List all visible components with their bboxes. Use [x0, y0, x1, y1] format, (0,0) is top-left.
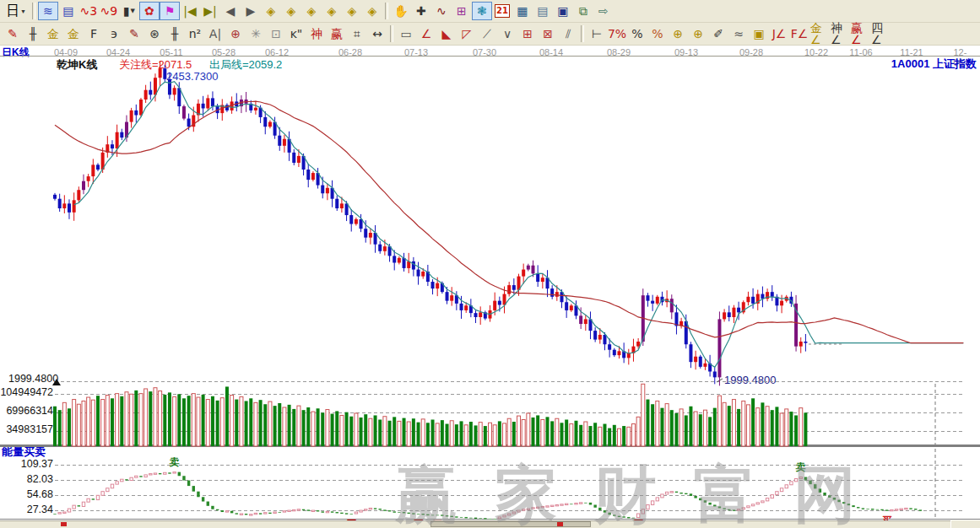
save-icon[interactable]: ▣ [553, 2, 573, 20]
diamond-4way-icon[interactable]: ◈ [342, 2, 362, 20]
osc-bar-down [426, 515, 429, 515]
stock-chart-app: 日▼≋▤∿3∿9▮▼✿⚑|◀▶|◀▶◈◈◈◈◈◈✋✚∿⊞❃21▦▤▣⧉⇨ ✎╫金… [0, 0, 980, 528]
zigzag-v-icon[interactable]: ∨ [497, 24, 517, 43]
percent-strike-icon[interactable]: 7% [607, 24, 627, 43]
fence2-icon[interactable]: ╫ [165, 24, 185, 43]
grid-123-icon[interactable]: ⌗ [347, 24, 367, 43]
zigzag-tool-icon[interactable]: ∿ [431, 2, 452, 20]
candle-body [68, 203, 71, 212]
fan-grid-icon[interactable]: ◸ [457, 24, 477, 43]
candle-body [62, 203, 66, 208]
notepad-icon[interactable]: ▤ [533, 2, 553, 20]
k-quote-icon[interactable]: ĸ" [286, 24, 306, 43]
calendar-icon[interactable]: 21 [495, 4, 510, 18]
fence-f-icon[interactable]: F [84, 24, 104, 43]
angle-shen-icon: 神∠ [831, 22, 849, 46]
brain-icon[interactable]: ❃ [472, 2, 492, 20]
target-box-icon: ⊡ [271, 28, 281, 40]
diamond-compress-icon[interactable]: ◈ [322, 2, 342, 20]
rect-tool-icon[interactable]: ▭ [396, 24, 416, 43]
target-box-icon[interactable]: ⊡ [266, 24, 286, 43]
gold-circle-icon[interactable]: ⊕ [668, 24, 688, 43]
angle-gold-icon[interactable]: 金∠ [809, 24, 830, 43]
pattern-red-icon[interactable]: ✿ [139, 2, 160, 20]
volume-bar-up [723, 402, 726, 446]
asterisk-icon[interactable]: ✳ [246, 24, 266, 43]
osc-bar-up [355, 512, 357, 514]
n2-icon[interactable]: n² [185, 24, 205, 43]
flag-icon[interactable]: ⚑ [160, 2, 180, 20]
grid-red-icon[interactable]: ⊞ [517, 24, 538, 43]
fan-icon[interactable]: ◣ [436, 24, 457, 43]
fence-gold-icon[interactable]: 金 [43, 24, 63, 43]
wave-a-icon[interactable]: ≈ [728, 24, 749, 43]
candle-body [87, 176, 90, 181]
volume-bar-down [360, 418, 363, 446]
grid-arrow-icon[interactable]: ⊠ [538, 24, 558, 43]
volume-bar-down [426, 423, 430, 446]
volume-bar-down [335, 411, 338, 446]
candle-body [555, 292, 559, 297]
fence-gold2-icon[interactable]: 金 [63, 24, 84, 43]
copy-icon[interactable]: ⧉ [573, 2, 593, 20]
first-page-icon[interactable]: |◀ [180, 2, 200, 20]
angle-si-icon[interactable]: 四∠ [870, 24, 891, 43]
bottom-scrollbar-thumb[interactable] [430, 521, 591, 527]
angle-f-icon[interactable]: F∠ [789, 24, 809, 43]
chart-canvas: 卖卖买买买买买买买 [0, 46, 980, 528]
calculator-icon[interactable]: ▦ [512, 2, 533, 20]
pattern-search-icon[interactable]: ≋ [38, 2, 58, 20]
pen-bar-icon[interactable]: ✐ [708, 24, 728, 43]
export-icon[interactable]: ⇨ [593, 2, 614, 20]
candle-body [116, 132, 119, 148]
diamond-shrink-icon[interactable]: ◈ [362, 2, 382, 20]
osc-bar-down [919, 509, 922, 510]
fence-curl-icon[interactable]: ϶ [104, 24, 124, 43]
steps-3-icon[interactable]: ∿3 [79, 2, 99, 20]
rays-icon[interactable]: ∠ [416, 24, 436, 43]
candle-body [771, 292, 774, 297]
osc-bar-down [192, 486, 195, 492]
next-page-icon[interactable]: ▶ [241, 2, 261, 20]
prev-page-icon[interactable]: ◀ [220, 2, 241, 20]
parallel-icon[interactable]: ⫽ [558, 24, 578, 43]
gold-circle2-icon[interactable]: ⊕ [688, 24, 708, 43]
osc-bar-down [885, 509, 888, 510]
ratio-icon[interactable]: ⊢ [587, 24, 607, 43]
crosshair-icon[interactable]: ✚ [411, 2, 431, 20]
info-panel-icon[interactable]: ▤ [58, 2, 79, 20]
target-icon[interactable]: ⊕ [225, 24, 246, 43]
angle-f-icon: F∠ [791, 28, 809, 40]
a-line-icon[interactable]: A| [205, 24, 225, 43]
period-selector[interactable]: 日▼ [3, 2, 30, 20]
circle-curl-icon[interactable]: ⊛ [144, 24, 165, 43]
grid-purple-icon[interactable]: ⊞ [452, 2, 472, 20]
diamond-right-icon[interactable]: ◈ [281, 2, 301, 20]
osc-bar-down [718, 506, 721, 508]
diamond-left-icon[interactable]: ◈ [261, 2, 281, 20]
steps-9-icon[interactable]: ∿9 [99, 2, 119, 20]
fence-icon[interactable]: ╫ [23, 24, 43, 43]
brush-icon[interactable]: ✎ [3, 24, 23, 43]
last-page-icon[interactable]: ▶| [200, 2, 220, 20]
gold-box-icon[interactable]: ▣ [749, 24, 769, 43]
trend-lines-icon[interactable]: ⟋ [477, 24, 497, 43]
percent-lines-icon[interactable]: % [647, 24, 668, 43]
angle-j-icon[interactable]: J∠ [769, 24, 789, 43]
hand-tool-icon[interactable]: ✋ [391, 2, 411, 20]
angle-shen-icon[interactable]: 神∠ [830, 24, 850, 43]
volume-bar-down [149, 391, 152, 446]
shen-icon[interactable]: 神 [306, 24, 327, 43]
candle-body [53, 195, 57, 199]
osc-bar-down [842, 502, 845, 504]
angle-ying-icon[interactable]: 赢∠ [850, 24, 870, 43]
volume-bar-down [613, 425, 616, 446]
volume-bar-down [804, 412, 807, 446]
candle-tool-icon[interactable]: ▮▼ [119, 2, 139, 20]
brush-fence-icon[interactable]: ✎ [124, 24, 144, 43]
osc-bar-down [699, 498, 701, 501]
ying-icon[interactable]: 赢 [327, 24, 347, 43]
width-arrows-icon[interactable]: ↔ [367, 24, 387, 43]
percent-icon[interactable]: % [627, 24, 647, 43]
diamond-expand-icon[interactable]: ◈ [301, 2, 322, 20]
